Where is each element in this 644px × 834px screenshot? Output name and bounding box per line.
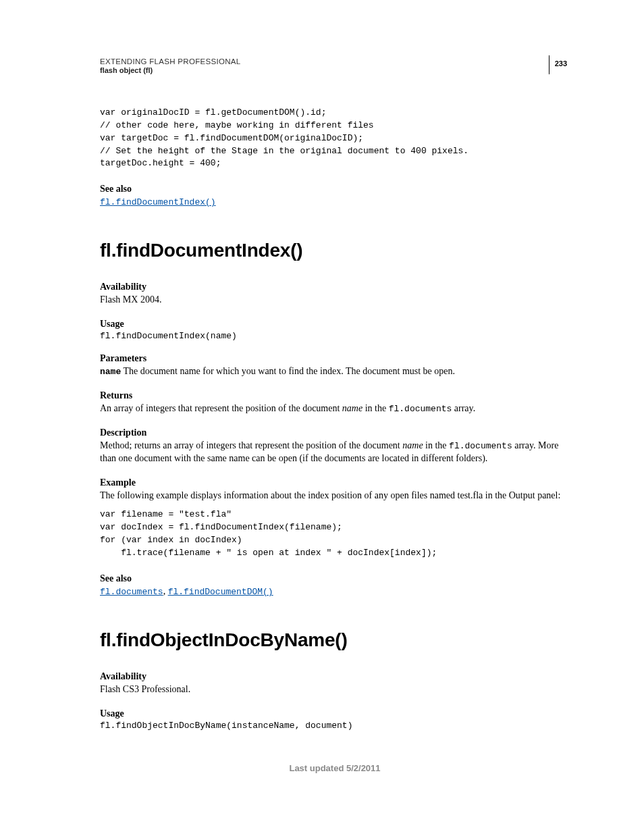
availability-label: Availability: [100, 282, 570, 292]
see-also-label-2: See also: [100, 573, 570, 584]
api-heading-findDocumentIndex: fl.findDocumentIndex(): [100, 240, 570, 261]
example-intro: The following example displays informati…: [100, 490, 570, 502]
description-term: name: [402, 440, 423, 450]
see-also-link[interactable]: fl.findDocumentIndex(): [100, 197, 216, 207]
availability-label-2: Availability: [100, 671, 570, 682]
running-head-title: EXTENDING FLASH PROFESSIONAL: [100, 57, 570, 66]
returns-code: fl.documents: [389, 404, 452, 414]
returns-label: Returns: [100, 390, 570, 401]
description-label: Description: [100, 427, 570, 438]
example-label: Example: [100, 477, 570, 488]
see-also-links: fl.documents, fl.findDocumentDOM(): [100, 585, 570, 598]
footer-updated: Last updated 5/2/2011: [100, 763, 570, 773]
usage-code-2: fl.findObjectInDocByName(instanceName, d…: [100, 721, 570, 731]
usage-label-2: Usage: [100, 708, 570, 719]
running-head-subtitle: flash object (fl): [100, 66, 570, 74]
see-also-label: See also: [100, 184, 570, 194]
returns-text: An array of integers that represent the …: [100, 402, 570, 415]
availability-text: Flash MX 2004.: [100, 294, 570, 307]
api-heading-findObjectInDocByName: fl.findObjectInDocByName(): [100, 629, 570, 651]
see-also-link-findDocumentDOM[interactable]: fl.findDocumentDOM(): [168, 587, 273, 597]
see-also-link-documents[interactable]: fl.documents: [100, 587, 163, 597]
page-container: 233 EXTENDING FLASH PROFESSIONAL flash o…: [0, 0, 644, 834]
parameters-row: name The document name for which you wan…: [100, 365, 570, 378]
usage-code: fl.findDocumentIndex(name): [100, 331, 570, 341]
page-number: 233: [549, 55, 567, 74]
usage-label: Usage: [100, 319, 570, 330]
example-code-block: var filename = "test.fla" var docIndex =…: [100, 509, 570, 559]
intro-code-block: var originalDocID = fl.getDocumentDOM().…: [100, 107, 570, 170]
description-text: Method; returns an array of integers tha…: [100, 440, 570, 465]
param-name: name: [100, 367, 121, 377]
parameters-label: Parameters: [100, 353, 570, 364]
availability-text-2: Flash CS3 Professional.: [100, 683, 570, 696]
param-desc: The document name for which you want to …: [121, 366, 455, 376]
description-code: fl.documents: [449, 441, 512, 451]
returns-term: name: [342, 403, 363, 413]
